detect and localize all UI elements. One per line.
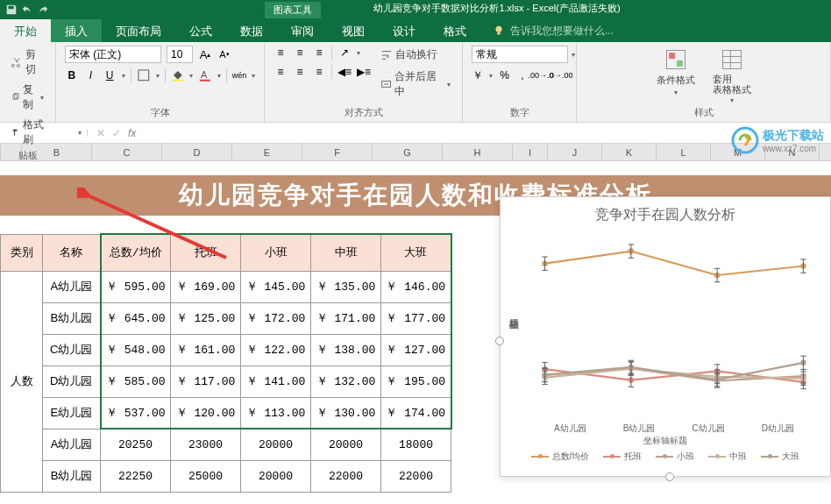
currency-icon[interactable]: ￥	[472, 68, 484, 82]
align-right-icon[interactable]: ≡	[312, 65, 326, 79]
col-header-L[interactable]: L	[657, 144, 711, 160]
font-color-button[interactable]: A	[198, 68, 212, 82]
col-header-I[interactable]: I	[513, 144, 548, 160]
format-painter-button[interactable]: 格式刷	[9, 116, 46, 149]
table-cell[interactable]: ￥ 174.00	[381, 397, 451, 429]
col-header-F[interactable]: F	[302, 144, 373, 160]
table-cell[interactable]: 20000	[241, 429, 311, 460]
table-cell[interactable]: ￥ 595.00	[101, 271, 171, 302]
col-header-E[interactable]: E	[232, 144, 302, 160]
tab-start[interactable]: 开始	[0, 19, 51, 42]
table-cell[interactable]: ￥ 120.00	[171, 397, 241, 429]
percent-icon[interactable]: %	[498, 68, 510, 82]
increase-decimal-icon[interactable]: .00→.0	[534, 68, 548, 82]
table-cell[interactable]: ￥ 130.00	[311, 397, 381, 429]
indent-decrease-icon[interactable]: ◀≡	[337, 65, 352, 79]
table-cell[interactable]: ￥ 132.00	[311, 366, 381, 397]
orientation-icon[interactable]: ↗	[337, 46, 352, 60]
font-name-select[interactable]	[65, 46, 161, 63]
table-cell[interactable]: ￥ 122.00	[241, 334, 311, 366]
tab-review[interactable]: 审阅	[277, 19, 328, 42]
col-header-K[interactable]: K	[602, 144, 657, 160]
table-cell[interactable]: 20000	[311, 429, 381, 460]
tab-design[interactable]: 设计	[379, 19, 430, 42]
align-middle-icon[interactable]: ≡	[293, 46, 307, 60]
table-cell[interactable]: 22250	[101, 460, 171, 492]
table-cell[interactable]: ￥ 141.00	[241, 366, 311, 397]
fx-icon[interactable]: fx	[128, 127, 136, 139]
align-center-icon[interactable]: ≡	[293, 65, 307, 79]
table-cell[interactable]: ￥ 146.00	[381, 271, 451, 302]
table-cell[interactable]: ￥ 537.00	[101, 397, 171, 429]
table-cell[interactable]: ￥ 161.00	[171, 334, 241, 366]
table-cell[interactable]: ￥ 113.00	[241, 397, 311, 429]
table-cell[interactable]: ￥ 585.00	[101, 366, 171, 397]
tab-formula[interactable]: 公式	[175, 19, 226, 42]
save-icon[interactable]	[5, 4, 18, 16]
copy-button[interactable]: 复制▾	[9, 81, 46, 114]
table-cell[interactable]: ￥ 548.00	[101, 334, 171, 366]
table-cell[interactable]: ￥ 177.00	[381, 302, 451, 334]
undo-icon[interactable]	[21, 4, 33, 16]
embedded-chart[interactable]: 竞争对手在园人数分析 坐标轴标题 A幼儿园B幼儿园C幼儿园D幼儿园 坐标轴标题 …	[500, 196, 831, 477]
table-cell[interactable]: 23000	[171, 429, 241, 460]
chart-title[interactable]: 竞争对手在园人数分析	[501, 197, 830, 228]
table-cell[interactable]: ￥ 169.00	[171, 271, 241, 302]
tab-insert[interactable]: 插入	[51, 19, 102, 42]
cancel-formula-icon[interactable]: ✕	[96, 127, 105, 139]
group-label-number: 数字	[472, 106, 567, 120]
table-cell[interactable]: ￥ 117.00	[171, 366, 241, 397]
table-cell[interactable]: 20000	[241, 460, 311, 492]
merge-center-button[interactable]: 合并后居中▾	[378, 67, 453, 101]
phonetic-button[interactable]: wén	[232, 68, 246, 82]
tab-view[interactable]: 视图	[328, 19, 379, 42]
table-cell[interactable]: 25000	[171, 460, 241, 492]
table-header: 总数/均价	[101, 234, 171, 271]
align-left-icon[interactable]: ≡	[273, 65, 288, 79]
tab-format[interactable]: 格式	[430, 19, 480, 42]
table-format-button[interactable]: 套用 表格格式▾	[709, 46, 755, 106]
comma-icon[interactable]: ,	[516, 68, 529, 82]
col-header-J[interactable]: J	[548, 144, 602, 160]
border-button[interactable]	[137, 68, 151, 82]
table-row-name: E幼儿园	[43, 397, 101, 429]
table-cell[interactable]: ￥ 171.00	[311, 302, 381, 334]
table-cell[interactable]: ￥ 135.00	[311, 271, 381, 302]
cut-button[interactable]: 剪切	[9, 46, 46, 79]
conditional-format-button[interactable]: 条件格式▾	[653, 46, 699, 98]
table-cell[interactable]: 20250	[101, 429, 171, 460]
table-cell[interactable]: ￥ 145.00	[241, 271, 311, 302]
table-cell[interactable]: ￥ 125.00	[171, 302, 241, 334]
col-header-C[interactable]: C	[92, 144, 162, 160]
table-cell[interactable]: ￥ 195.00	[381, 366, 451, 397]
wrap-text-button[interactable]: 自动换行	[378, 46, 453, 64]
table-cell[interactable]: 18000	[381, 429, 451, 460]
table-cell[interactable]: ￥ 138.00	[311, 334, 381, 366]
tab-data[interactable]: 数据	[226, 19, 277, 42]
col-header-H[interactable]: H	[443, 144, 513, 160]
decrease-decimal-icon[interactable]: .0→.00	[553, 68, 567, 82]
table-cell[interactable]: ￥ 172.00	[241, 302, 311, 334]
align-bottom-icon[interactable]: ≡	[312, 46, 326, 60]
col-header-D[interactable]: D	[162, 144, 232, 160]
redo-icon[interactable]	[37, 4, 49, 16]
table-cell[interactable]: 22000	[311, 460, 381, 492]
tab-page-layout[interactable]: 页面布局	[102, 19, 175, 42]
contextual-tab-label: 图表工具	[265, 2, 321, 18]
italic-button[interactable]: I	[84, 68, 98, 82]
fill-color-button[interactable]	[171, 68, 185, 82]
table-cell[interactable]: 22000	[381, 460, 451, 492]
decrease-font-icon[interactable]: A▾	[217, 47, 231, 61]
number-format-select[interactable]	[472, 46, 568, 63]
tell-me-box[interactable]: 告诉我您想要做什么...	[480, 19, 831, 42]
indent-increase-icon[interactable]: ▶≡	[357, 65, 371, 79]
underline-button[interactable]: U	[103, 68, 117, 82]
bold-button[interactable]: B	[65, 68, 79, 82]
col-header-G[interactable]: G	[373, 144, 443, 160]
increase-font-icon[interactable]: A▴	[198, 47, 212, 61]
table-cell[interactable]: ￥ 645.00	[101, 302, 171, 334]
table-cell[interactable]: ￥ 127.00	[381, 334, 451, 366]
font-size-select[interactable]	[167, 46, 193, 63]
enter-formula-icon[interactable]: ✓	[112, 127, 121, 139]
align-top-icon[interactable]: ≡	[273, 46, 288, 60]
